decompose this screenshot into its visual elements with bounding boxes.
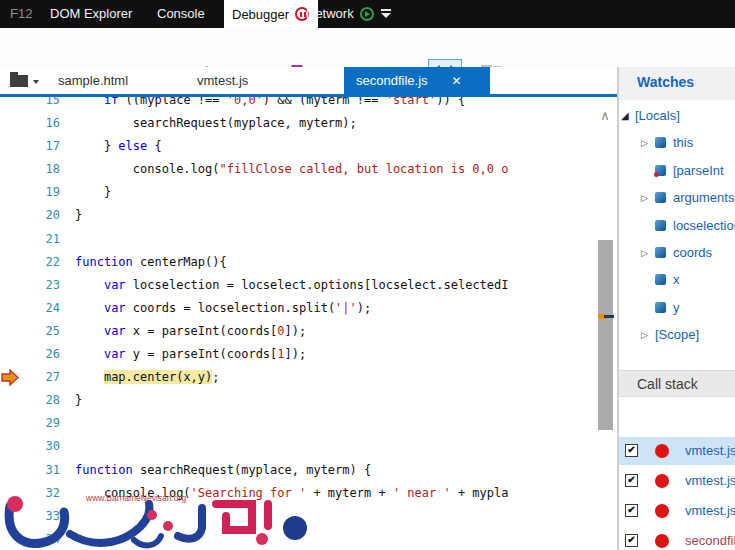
watch-item-arguments[interactable]: ▷arguments: [619, 188, 735, 208]
file-tab-vmtest-js[interactable]: vmtest.js: [197, 73, 248, 88]
barname-nevisan-watermark-logo: www.BarnameNevisan.org: [0, 490, 312, 550]
variable-object-icon: [655, 220, 666, 231]
line-number-29[interactable]: 29: [0, 412, 60, 435]
tab-network-label: Network: [306, 0, 354, 28]
watch-item-locals[interactable]: ◢[Locals]: [619, 106, 735, 126]
breakpoint-file-label: vmtest.js: [685, 503, 735, 518]
tree-collapsed-icon[interactable]: ▷: [641, 325, 648, 345]
tree-collapsed-icon[interactable]: ▷: [641, 188, 648, 208]
breakpoint-dot-icon: [655, 474, 669, 488]
code-line-15: 15 if ((myplace !== '0,0') && (myterm !=…: [0, 97, 617, 112]
tree-collapsed-icon[interactable]: ▷: [641, 243, 648, 263]
file-tab-secondfile-label: secondfile.js: [356, 73, 428, 88]
watch-item-label: [Locals]: [635, 106, 680, 126]
line-number-20[interactable]: 20: [0, 204, 60, 227]
line-number-15[interactable]: 15: [0, 97, 60, 112]
tree-collapsed-icon[interactable]: ▷: [641, 133, 648, 153]
line-source: var coords = locselection.split('|');: [75, 301, 371, 315]
variable-returned-icon: [655, 165, 666, 176]
tab-dom-explorer[interactable]: DOM Explorer: [50, 0, 132, 28]
variable-object-icon: [655, 302, 666, 313]
code-line-27: 27 map.center(x,y);: [0, 366, 617, 389]
watches-title: Watches: [637, 74, 735, 90]
watch-item-parseint[interactable]: [parseInt: [619, 161, 735, 181]
line-source: }: [75, 393, 82, 407]
variable-object-icon: [655, 137, 666, 148]
more-tools-chevron-icon[interactable]: [380, 9, 392, 19]
callstack-title: Call stack: [637, 376, 735, 392]
watch-item-label: this: [673, 133, 693, 153]
tab-debugger[interactable]: Debugger: [224, 0, 318, 28]
line-number-28[interactable]: 28: [0, 389, 60, 412]
tab-console[interactable]: Console: [157, 0, 205, 28]
line-number-26[interactable]: 26: [0, 343, 60, 366]
folder-caret-icon: [33, 80, 39, 84]
breakpoint-checkbox[interactable]: ✔: [625, 474, 638, 487]
line-source: function centerMap(){: [75, 255, 227, 269]
line-number-19[interactable]: 19: [0, 181, 60, 204]
watch-item-label: y: [673, 298, 680, 318]
breakpoint-dot-icon: [655, 504, 669, 518]
tab-debugger-label: Debugger: [232, 7, 289, 22]
watch-item-this[interactable]: ▷this: [619, 133, 735, 153]
code-line-16: 16 searchRequest(myplace, myterm);: [0, 112, 617, 135]
code-line-31: 31function searchRequest(myplace, myterm…: [0, 459, 617, 482]
line-number-24[interactable]: 24: [0, 297, 60, 320]
watch-item-label: locselection: [673, 216, 735, 236]
breakpoint-checkbox[interactable]: ✔: [625, 504, 638, 517]
line-number-31[interactable]: 31: [0, 459, 60, 482]
scrollbar-up-arrow[interactable]: ∧: [597, 108, 613, 124]
f12-label: F12: [10, 0, 32, 28]
line-number-18[interactable]: 18: [0, 158, 60, 181]
watch-item-label: [Scope]: [655, 325, 699, 345]
breakpoints-list: ✔vmtest.js✔vmtest.js✔vmtest.js✔secondfil…: [619, 397, 735, 550]
file-tab-bar: sample.html vmtest.js secondfile.js ✕: [0, 67, 617, 94]
line-source: }: [75, 208, 82, 222]
watch-item-y[interactable]: y: [619, 298, 735, 318]
watch-item-coords[interactable]: ▷coords: [619, 243, 735, 263]
breakpoint-file-label: vmtest.js: [685, 443, 735, 458]
code-line-30: 30: [0, 435, 617, 458]
breakpoint-row-3[interactable]: ✔vmtest.js: [619, 497, 735, 525]
code-line-17: 17 } else {: [0, 135, 617, 158]
breakpoint-checkbox[interactable]: ✔: [625, 444, 638, 457]
current-statement-arrow-icon: [1, 369, 19, 386]
file-tab-secondfile-js[interactable]: secondfile.js ✕: [344, 67, 490, 94]
breakpoint-file-label: vmtest.js: [685, 473, 735, 488]
line-number-25[interactable]: 25: [0, 320, 60, 343]
breakpoint-row-2[interactable]: ✔vmtest.js: [619, 467, 735, 495]
devtools-top-bar: F12 DOM Explorer Console Debugger Networ…: [0, 0, 735, 28]
watch-item-label: x: [673, 270, 680, 290]
line-number-23[interactable]: 23: [0, 274, 60, 297]
line-number-21[interactable]: 21: [0, 228, 60, 251]
variable-object-icon: [655, 192, 666, 203]
editor-vertical-scrollbar[interactable]: [598, 240, 613, 430]
callstack-header[interactable]: Call stack: [619, 370, 735, 397]
breakpoint-checkbox[interactable]: ✔: [625, 534, 638, 547]
watch-item-label: [parseInt: [673, 161, 724, 181]
watch-item-locselection[interactable]: locselection: [619, 216, 735, 236]
line-number-16[interactable]: 16: [0, 112, 60, 135]
tab-network[interactable]: Network: [306, 0, 374, 28]
line-number-22[interactable]: 22: [0, 251, 60, 274]
line-source: map.center(x,y);: [75, 370, 220, 384]
folder-open-file-icon[interactable]: [10, 75, 28, 87]
breakpoint-row-1[interactable]: ✔vmtest.js: [619, 437, 735, 465]
watch-item-scope[interactable]: ▷[Scope]: [619, 325, 735, 345]
code-editor[interactable]: 15 if ((myplace !== '0,0') && (myterm !=…: [0, 97, 617, 550]
line-source: var x = parseInt(coords[0]);: [75, 324, 306, 338]
line-source: if ((myplace !== '0,0') && (myterm !== '…: [75, 97, 465, 107]
variable-object-icon: [655, 247, 666, 258]
watch-item-x[interactable]: x: [619, 270, 735, 290]
line-number-30[interactable]: 30: [0, 435, 60, 458]
line-source: searchRequest(myplace, myterm);: [75, 116, 357, 130]
network-profiling-icon: [360, 7, 374, 21]
line-source: console.log("fillClose called, but locat…: [75, 162, 508, 176]
file-tab-sample-html[interactable]: sample.html: [58, 73, 128, 88]
close-tab-icon[interactable]: ✕: [452, 74, 462, 88]
breakpoint-file-label: secondfile.js: [685, 533, 735, 548]
breakpoint-dot-icon: [655, 534, 669, 548]
tree-expanded-icon[interactable]: ◢: [621, 106, 629, 126]
breakpoint-row-4[interactable]: ✔secondfile.js: [619, 527, 735, 550]
line-number-17[interactable]: 17: [0, 135, 60, 158]
